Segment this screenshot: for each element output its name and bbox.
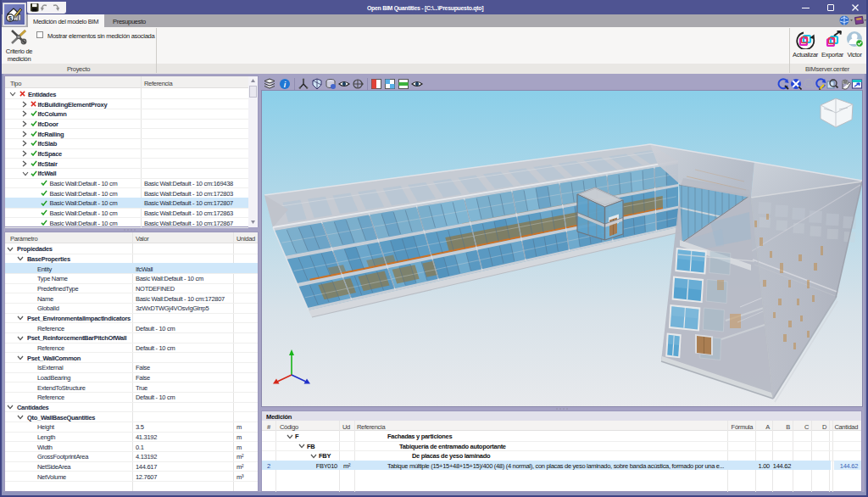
svg-text:$: $	[8, 14, 13, 22]
